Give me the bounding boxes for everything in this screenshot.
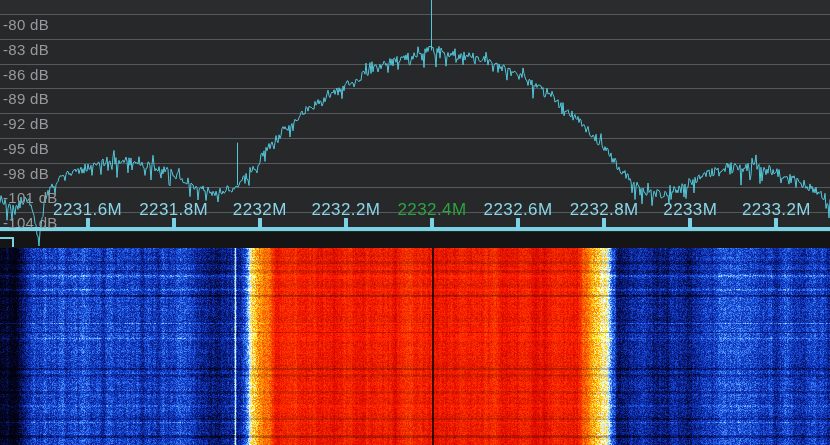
waterfall-display[interactable] bbox=[0, 248, 830, 445]
sdr-app: -80 dB-83 dB-86 dB-89 dB-92 dB-95 dB-98 … bbox=[0, 0, 830, 445]
spectrum-plot[interactable] bbox=[0, 0, 830, 248]
